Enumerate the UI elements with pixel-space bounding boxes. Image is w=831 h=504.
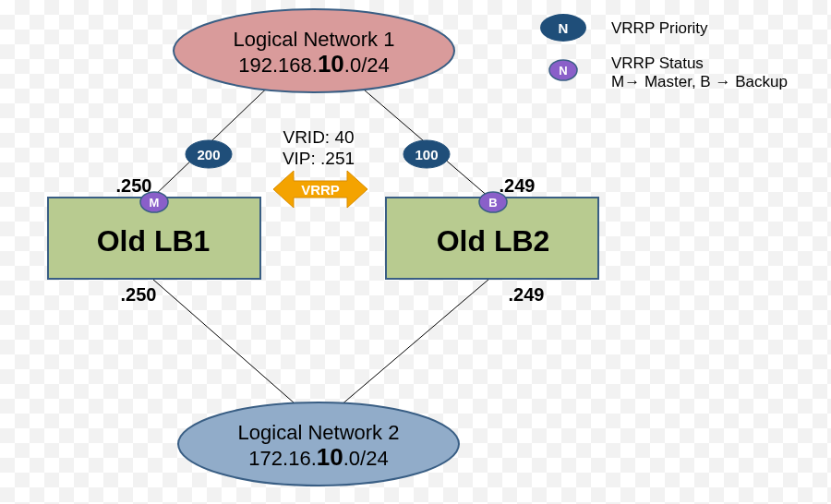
lb2-bottom-ip: .249 xyxy=(509,284,545,305)
link-lb2-net2 xyxy=(328,279,489,416)
lb2-name: Old LB2 xyxy=(437,224,550,258)
vrrp-arrow-label: VRRP xyxy=(301,182,340,198)
legend-status-label-1: VRRP Status xyxy=(611,54,704,72)
lb2-top-ip: .249 xyxy=(500,175,536,196)
lb2-status-value: B xyxy=(488,196,497,210)
lb1-bottom-ip: .250 xyxy=(121,284,157,305)
vip-label: VIP: .251 xyxy=(283,149,355,168)
lb2-priority-value: 100 xyxy=(415,147,438,162)
legend-status-n: N xyxy=(559,64,567,78)
network1-title: Logical Network 1 xyxy=(234,28,395,51)
vrrp-arrow: VRRP xyxy=(273,171,367,208)
link-lb1-net2 xyxy=(152,279,309,416)
diagram-canvas: Logical Network 1 192.168.10.0/24 Logica… xyxy=(0,0,831,504)
network2-cidr: 172.16.10.0/24 xyxy=(248,443,388,471)
lb1-priority-value: 200 xyxy=(197,147,220,162)
link-net1-lb2 xyxy=(351,78,489,198)
link-net1-lb1 xyxy=(152,78,277,198)
network2-title: Logical Network 2 xyxy=(238,421,400,444)
network1-cidr: 192.168.10.0/24 xyxy=(238,50,390,78)
lb1-status-value: M xyxy=(150,196,160,210)
legend-priority-label: VRRP Priority xyxy=(611,19,708,37)
legend: N VRRP Priority N VRRP Status M→ Master,… xyxy=(540,14,788,90)
lb1-name: Old LB1 xyxy=(97,224,211,258)
lb1-top-ip: .250 xyxy=(116,175,152,196)
vrid-label: VRID: 40 xyxy=(283,127,354,147)
legend-status-label-2: M→ Master, B → Backup xyxy=(611,73,788,90)
network1-ellipse xyxy=(174,9,454,92)
legend-priority-n: N xyxy=(559,20,569,36)
